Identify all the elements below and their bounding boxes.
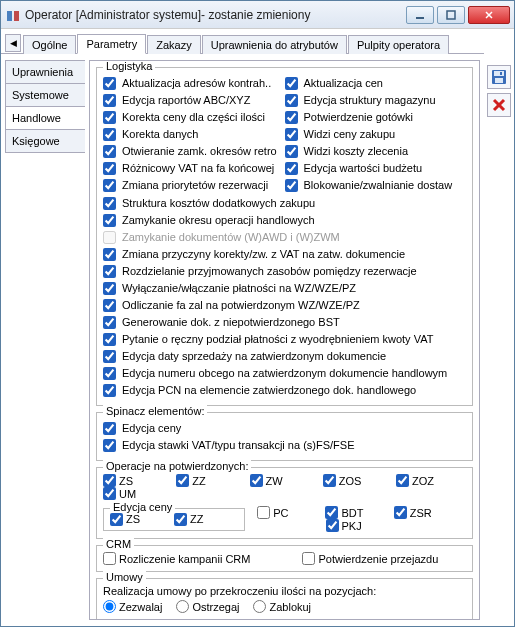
vtab-handlowe[interactable]: Handlowe xyxy=(5,106,85,130)
logistyka-full-6-checkbox[interactable] xyxy=(103,299,116,312)
group-title-crm: CRM xyxy=(103,538,134,550)
logistyka-c1-6-label: Zmiana priorytetów rezerwacji xyxy=(122,179,268,191)
vertical-tabs: Uprawnienia Systemowe Handlowe Księgowe xyxy=(5,60,85,620)
crm-0-checkbox[interactable] xyxy=(103,552,116,565)
tab-ogolne[interactable]: Ogólne xyxy=(23,35,76,54)
op-r1-4-checkbox[interactable] xyxy=(396,474,409,487)
crm-0[interactable]: Rozliczenie kampanii CRM xyxy=(103,552,250,565)
op-r2-0-checkbox[interactable] xyxy=(257,506,270,519)
op-r1-2[interactable]: ZW xyxy=(250,474,302,487)
logistyka-c2-0-checkbox[interactable] xyxy=(285,77,298,90)
logistyka-c2-0: Aktualizacja cen xyxy=(285,75,467,91)
spinacz-0-checkbox[interactable] xyxy=(103,422,116,435)
op-r1-4[interactable]: ZOZ xyxy=(396,474,448,487)
logistyka-c1-5: Różnicowy VAT na fa końcowej xyxy=(103,160,285,176)
maximize-button[interactable] xyxy=(437,6,465,24)
umowy-radio-input-2[interactable] xyxy=(253,600,266,613)
logistyka-full-5-checkbox[interactable] xyxy=(103,282,116,295)
logistyka-c1-5-checkbox[interactable] xyxy=(103,162,116,175)
logistyka-full-11-label: Edycja PCN na elemencie zatwierdzonego d… xyxy=(122,384,416,396)
crm-1-checkbox[interactable] xyxy=(302,552,315,565)
vtab-ksiegowe[interactable]: Księgowe xyxy=(5,129,85,153)
logistyka-c2-6-checkbox[interactable] xyxy=(285,179,298,192)
op-r1-0[interactable]: ZS xyxy=(103,474,155,487)
logistyka-c2-3-checkbox[interactable] xyxy=(285,128,298,141)
logistyka-c1-6-checkbox[interactable] xyxy=(103,179,116,192)
op-sub-1[interactable]: ZZ xyxy=(174,513,226,526)
logistyka-full-5: Wyłączanie/włączanie płatności na WZ/WZE… xyxy=(103,280,466,296)
group-logistyka: Logistyka Aktualizacja adresów kontrah..… xyxy=(96,67,473,406)
delete-button[interactable] xyxy=(487,93,511,117)
logistyka-c2-1: Edycja struktury magazynu xyxy=(285,92,467,108)
op-r1-5[interactable]: UM xyxy=(103,487,155,500)
umowy-radio-0[interactable]: Zezwalaj xyxy=(103,600,162,613)
tab-parametry[interactable]: Parametry xyxy=(77,34,146,54)
op-r1-1-checkbox[interactable] xyxy=(176,474,189,487)
save-button[interactable] xyxy=(487,65,511,89)
tab-strip: ◀ Ogólne Parametry Zakazy Uprawnienia do… xyxy=(1,29,484,54)
logistyka-c2-3: Widzi ceny zakupu xyxy=(285,126,467,142)
op-sub-0-checkbox[interactable] xyxy=(110,513,123,526)
op-r2-1-checkbox[interactable] xyxy=(325,506,338,519)
logistyka-full-7-checkbox[interactable] xyxy=(103,316,116,329)
logistyka-c2-5-checkbox[interactable] xyxy=(285,162,298,175)
spinacz-1-checkbox[interactable] xyxy=(103,439,116,452)
op-r2-2[interactable]: ZSR xyxy=(394,506,446,519)
logistyka-c1-2: Korekta ceny dla części ilości xyxy=(103,109,285,125)
radio-caption: Realizacja umowy po przekroczeniu ilości… xyxy=(103,585,466,597)
logistyka-full-10: Edycja numeru obcego na zatwierdzonym do… xyxy=(103,365,466,381)
logistyka-full-0-checkbox[interactable] xyxy=(103,197,116,210)
umowy-radio-input-0[interactable] xyxy=(103,600,116,613)
logistyka-full-9-checkbox[interactable] xyxy=(103,350,116,363)
spinacz-1-label: Edycja stawki VAT/typu transakcji na (s)… xyxy=(122,439,355,451)
op-r1-5-checkbox[interactable] xyxy=(103,487,116,500)
umowy-radio-input-1[interactable] xyxy=(176,600,189,613)
logistyka-full-8-checkbox[interactable] xyxy=(103,333,116,346)
logistyka-c1-0-checkbox[interactable] xyxy=(103,77,116,90)
op-r1-3-checkbox[interactable] xyxy=(323,474,336,487)
op-r1-3[interactable]: ZOS xyxy=(323,474,375,487)
minimize-button[interactable] xyxy=(406,6,434,24)
logistyka-full-8-label: Pytanie o ręczny podział płatności z wyo… xyxy=(122,333,433,345)
vtab-systemowe[interactable]: Systemowe xyxy=(5,83,85,107)
op-r2-3[interactable]: PKJ xyxy=(326,519,378,532)
tab-scroll-left[interactable]: ◀ xyxy=(5,34,21,52)
logistyka-c2-1-checkbox[interactable] xyxy=(285,94,298,107)
spinacz-0: Edycja ceny xyxy=(103,420,466,436)
op-sub-1-checkbox[interactable] xyxy=(174,513,187,526)
logistyka-full-3-checkbox[interactable] xyxy=(103,248,116,261)
op-r2-2-checkbox[interactable] xyxy=(394,506,407,519)
close-button[interactable] xyxy=(468,6,510,24)
tab-zakazy[interactable]: Zakazy xyxy=(147,35,200,54)
logistyka-full-10-checkbox[interactable] xyxy=(103,367,116,380)
logistyka-full-11-checkbox[interactable] xyxy=(103,384,116,397)
logistyka-full-6-label: Odliczanie fa zal na potwierdzonym WZ/WZ… xyxy=(122,299,360,311)
logistyka-full-7-label: Generowanie dok. z niepotwierdzonego BST xyxy=(122,316,340,328)
logistyka-c1-1-checkbox[interactable] xyxy=(103,94,116,107)
settings-panel: Logistyka Aktualizacja adresów kontrah..… xyxy=(89,60,480,620)
umowy-radio-2[interactable]: Zablokuj xyxy=(253,600,311,613)
op-r1-1[interactable]: ZZ xyxy=(176,474,228,487)
logistyka-c2-5: Edycja wartości budżetu xyxy=(285,160,467,176)
op-sub-0[interactable]: ZS xyxy=(110,513,162,526)
logistyka-full-1-checkbox[interactable] xyxy=(103,214,116,227)
logistyka-c2-4-label: Widzi koszty zlecenia xyxy=(304,145,409,157)
logistyka-c1-3-checkbox[interactable] xyxy=(103,128,116,141)
logistyka-c2-4-checkbox[interactable] xyxy=(285,145,298,158)
op-r2-3-checkbox[interactable] xyxy=(326,519,339,532)
op-r2-0[interactable]: PC xyxy=(257,506,309,519)
op-r1-0-checkbox[interactable] xyxy=(103,474,116,487)
op-r2-1[interactable]: BDT xyxy=(325,506,377,519)
logistyka-c1-4-checkbox[interactable] xyxy=(103,145,116,158)
umowy-radio-1[interactable]: Ostrzegaj xyxy=(176,600,239,613)
logistyka-c2-2-checkbox[interactable] xyxy=(285,111,298,124)
group-title-umowy: Umowy xyxy=(103,571,146,583)
tab-uprawnienia-atrybutow[interactable]: Uprawnienia do atrybutów xyxy=(202,35,347,54)
tab-pulpity[interactable]: Pulpity operatora xyxy=(348,35,449,54)
vtab-uprawnienia[interactable]: Uprawnienia xyxy=(5,60,85,84)
crm-1[interactable]: Potwierdzenie przejazdu xyxy=(302,552,438,565)
logistyka-full-4-checkbox[interactable] xyxy=(103,265,116,278)
op-r1-2-checkbox[interactable] xyxy=(250,474,263,487)
right-toolbar xyxy=(484,29,514,626)
logistyka-c1-2-checkbox[interactable] xyxy=(103,111,116,124)
